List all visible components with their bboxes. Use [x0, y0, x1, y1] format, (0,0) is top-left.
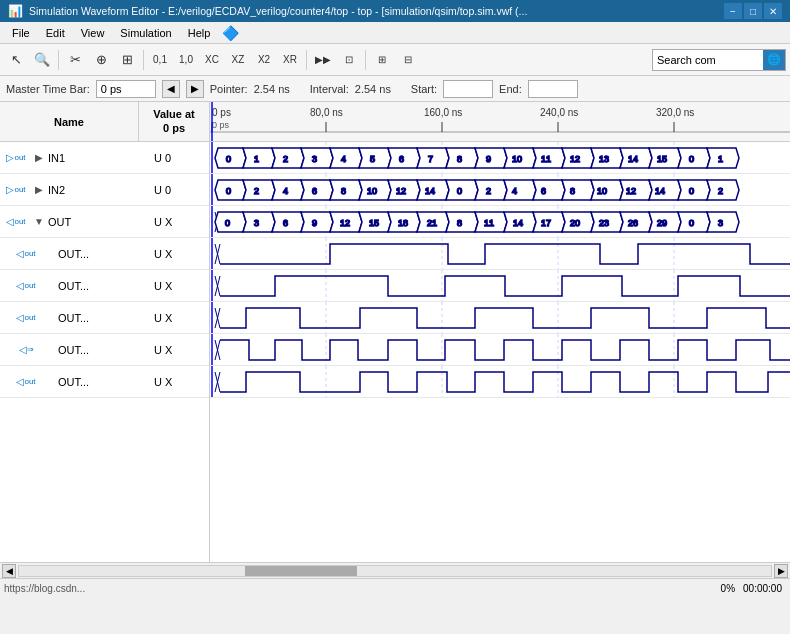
svg-text:6: 6 [312, 186, 317, 196]
svg-text:6: 6 [283, 218, 288, 228]
pointer-value: 2.54 ns [254, 83, 304, 95]
status-zoom: 0% [721, 583, 743, 594]
pointer-label: Pointer: [210, 83, 248, 95]
signal-type-icon: ▷out [0, 184, 32, 195]
expand-icon[interactable]: ▼ [32, 215, 46, 229]
svg-text:20: 20 [570, 218, 580, 228]
search-globe-icon[interactable]: 🌐 [763, 50, 785, 70]
value-col-header: Value at 0 ps [139, 102, 209, 141]
signal-name: IN2 [46, 184, 154, 196]
list-item[interactable]: ◁out OUT... U X [0, 366, 209, 398]
svg-text:10: 10 [512, 154, 522, 164]
scroll-right-btn[interactable]: ▶ [774, 564, 788, 578]
svg-marker-103 [215, 212, 246, 232]
signal-type-icon: ◁out [10, 280, 42, 291]
waveform-svg-out4 [210, 366, 790, 398]
signal-list: ▷out ▶ IN1 U 0 ▷out ▶ IN2 U 0 ◁out ▼ OUT… [0, 142, 209, 562]
waveform-svg-out2 [210, 302, 790, 334]
svg-text:0: 0 [689, 218, 694, 228]
waveform-row-out3 [210, 334, 790, 366]
signal-name: OUT... [56, 376, 154, 388]
tb-copy-btn[interactable]: ⊕ [89, 48, 113, 72]
waveform-row-out: 0 3 6 9 12 15 18 [210, 206, 790, 238]
tb-xz-btn[interactable]: XZ [226, 48, 250, 72]
svg-text:8: 8 [457, 218, 462, 228]
svg-text:160,0 ns: 160,0 ns [424, 107, 462, 118]
horizontal-scrollbar[interactable]: ◀ ▶ [0, 562, 790, 578]
tb-x2-btn[interactable]: X2 [252, 48, 276, 72]
svg-text:7: 7 [428, 154, 433, 164]
list-item[interactable]: ▷out ▶ IN2 U 0 [0, 174, 209, 206]
tb-select-btn[interactable]: ↖ [4, 48, 28, 72]
tb-sim-btn[interactable]: ▶▶ [311, 48, 335, 72]
end-label: End: [499, 83, 522, 95]
signal-value: U X [154, 376, 209, 388]
menu-edit[interactable]: Edit [38, 23, 73, 43]
menu-help[interactable]: Help [180, 23, 219, 43]
svg-text:23: 23 [599, 218, 609, 228]
signal-type-icon: ◁out [0, 216, 32, 227]
svg-text:2: 2 [283, 154, 288, 164]
waveform-svg-in1: 0 1 2 3 4 [210, 142, 790, 174]
tb-bus-btn[interactable]: ⊟ [396, 48, 420, 72]
waveform-scroll[interactable]: 0 1 2 3 4 [210, 142, 790, 562]
svg-text:4: 4 [283, 186, 288, 196]
menu-simulation[interactable]: Simulation [112, 23, 179, 43]
svg-text:4: 4 [512, 186, 517, 196]
signal-value: U 0 [154, 152, 209, 164]
main-area: Name Value at 0 ps ▷out ▶ IN1 U 0 ▷out ▶… [0, 102, 790, 562]
svg-text:240,0 ns: 240,0 ns [540, 107, 578, 118]
svg-text:12: 12 [340, 218, 350, 228]
list-item[interactable]: ◁⇒ OUT... U X [0, 334, 209, 366]
close-button[interactable]: ✕ [764, 3, 782, 19]
status-url: https://blog.csdn... [4, 583, 721, 594]
title-text: Simulation Waveform Editor - E:/verilog/… [29, 5, 724, 17]
tb-inv-btn[interactable]: 1,0 [174, 48, 198, 72]
svg-text:10: 10 [597, 186, 607, 196]
scroll-left-btn[interactable]: ◀ [2, 564, 16, 578]
list-item[interactable]: ◁out ▼ OUT U X [0, 206, 209, 238]
expand-icon[interactable]: ▶ [32, 151, 46, 165]
svg-text:0: 0 [689, 186, 694, 196]
waveform-svg-out1 [210, 270, 790, 302]
tb-xr-btn[interactable]: XR [278, 48, 302, 72]
list-item[interactable]: ◁out OUT... U X [0, 302, 209, 334]
waveform-row-out1 [210, 270, 790, 302]
time-ruler: 0 ps 0 ps 80,0 ns 160,0 ns 240,0 ns 320,… [210, 102, 790, 142]
tb-xc-btn[interactable]: XC [200, 48, 224, 72]
tb-count-btn[interactable]: 0,1 [148, 48, 172, 72]
time-next-btn[interactable]: ▶ [186, 80, 204, 98]
list-item[interactable]: ◁out OUT... U X [0, 238, 209, 270]
master-time-input[interactable] [96, 80, 156, 98]
scroll-thumb[interactable] [245, 566, 358, 576]
maximize-button[interactable]: □ [744, 3, 762, 19]
search-input[interactable] [653, 50, 763, 70]
tb-cut-btn[interactable]: ✂ [63, 48, 87, 72]
end-input[interactable] [528, 80, 578, 98]
menu-file[interactable]: File [4, 23, 38, 43]
list-item[interactable]: ▷out ▶ IN1 U 0 [0, 142, 209, 174]
list-item[interactable]: ◁out OUT... U X [0, 270, 209, 302]
svg-text:4: 4 [341, 154, 346, 164]
tb-zoom-btn[interactable]: 🔍 [30, 48, 54, 72]
expand-icon [42, 279, 56, 293]
minimize-button[interactable]: − [724, 3, 742, 19]
expand-icon[interactable]: ▶ [32, 183, 46, 197]
tb-paste-btn[interactable]: ⊞ [115, 48, 139, 72]
tb-grid-btn[interactable]: ⊞ [370, 48, 394, 72]
menu-view[interactable]: View [73, 23, 113, 43]
svg-text:320,0 ns: 320,0 ns [656, 107, 694, 118]
svg-text:2: 2 [486, 186, 491, 196]
interval-value: 2.54 ns [355, 83, 405, 95]
svg-text:8: 8 [457, 154, 462, 164]
svg-text:12: 12 [570, 154, 580, 164]
svg-text:8: 8 [341, 186, 346, 196]
svg-text:15: 15 [657, 154, 667, 164]
start-label: Start: [411, 83, 437, 95]
time-prev-btn[interactable]: ◀ [162, 80, 180, 98]
waveform-svg-out3 [210, 334, 790, 366]
scroll-track[interactable] [18, 565, 772, 577]
start-input[interactable] [443, 80, 493, 98]
waveform-row-in1: 0 1 2 3 4 [210, 142, 790, 174]
tb-snap-btn[interactable]: ⊡ [337, 48, 361, 72]
